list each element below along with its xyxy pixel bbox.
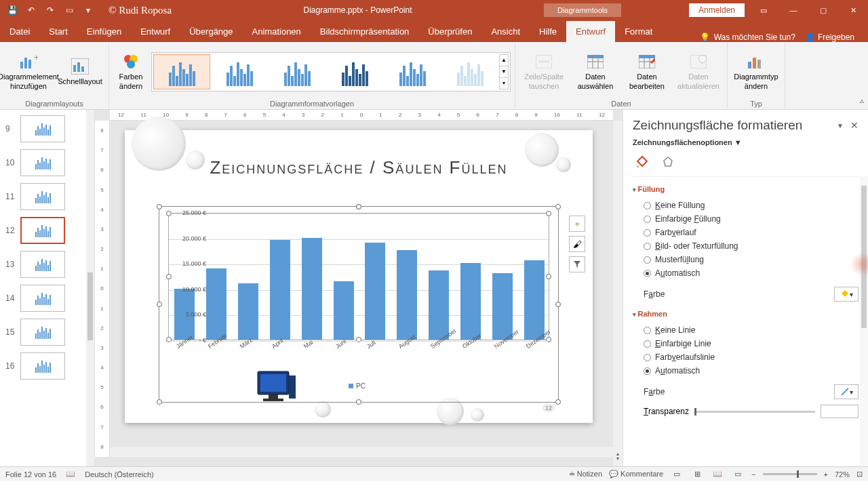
line-gradient-radio[interactable]: Farbverlaufslinie — [644, 350, 859, 364]
chart-bar[interactable] — [397, 250, 417, 340]
chart-style-2[interactable] — [211, 54, 268, 89]
fill-gradient-radio[interactable]: Farbverlauf — [644, 226, 859, 239]
quick-layout-button[interactable]: Schnelllayout — [56, 47, 104, 96]
slide-counter[interactable]: Folie 12 von 16 — [5, 470, 56, 479]
chart-bar[interactable] — [302, 238, 322, 340]
tab-hilfe[interactable]: Hilfe — [530, 21, 566, 42]
line-solid-radio[interactable]: Einfarbige Linie — [644, 337, 859, 350]
chart-style-4[interactable] — [326, 54, 383, 89]
zoom-slider[interactable] — [763, 473, 817, 475]
chart-brush-button[interactable]: 🖌 — [569, 236, 585, 252]
fit-window-icon[interactable]: ⊡ — [856, 470, 863, 479]
add-chart-element-button[interactable]: + Diagrammelement hinzufügen — [4, 47, 53, 96]
border-section-header[interactable]: Rahmen — [633, 310, 859, 318]
undo-icon[interactable]: ↶ — [24, 3, 38, 17]
fill-solid-radio[interactable]: Einfarbige Füllung — [644, 212, 859, 226]
minimize-icon[interactable]: — — [778, 0, 808, 20]
thumbnail-10[interactable]: 10 — [0, 148, 94, 182]
spellcheck-icon[interactable]: 📖 — [66, 470, 75, 479]
tab-chart-entwurf[interactable]: Entwurf — [566, 21, 615, 42]
chart-style-5[interactable] — [384, 54, 441, 89]
change-chart-type-button[interactable]: Diagrammtyp ändern — [732, 47, 781, 96]
chart-bar[interactable] — [270, 240, 290, 340]
slide[interactable]: Zeichnungsfläche / Säulen Füllen - €5.00… — [125, 130, 593, 423]
plot-area[interactable] — [168, 213, 549, 340]
chart-style-6[interactable] — [441, 54, 498, 89]
thumbnail-9[interactable]: 9 — [0, 114, 94, 148]
chart-style-3[interactable] — [269, 54, 326, 89]
thumbs-scrollbar[interactable] — [86, 110, 94, 466]
maximize-icon[interactable]: ▢ — [808, 0, 838, 20]
language-label[interactable]: Deutsch (Österreich) — [85, 470, 153, 479]
close-icon[interactable]: ✕ — [838, 0, 868, 20]
transparency-slider[interactable] — [694, 411, 815, 413]
thumbnail-12[interactable]: 12 — [0, 216, 94, 249]
tab-bildschirm[interactable]: Bildschirmpräsentation — [311, 21, 419, 42]
tab-einfuegen[interactable]: Einfügen — [77, 21, 131, 42]
signin-button[interactable]: Anmelden — [689, 3, 745, 17]
fill-auto-radio[interactable]: Automatisch — [644, 266, 859, 280]
effects-tab-icon[interactable] — [658, 153, 677, 172]
tab-chart-format[interactable]: Format — [615, 21, 662, 42]
prev-slide-icon[interactable]: ▲ — [616, 451, 620, 456]
collapse-ribbon-icon[interactable]: ㅿ — [859, 97, 865, 106]
thumbnail-16[interactable]: 16 — [0, 351, 94, 385]
close-pane-icon[interactable]: ✕ — [850, 120, 859, 131]
thumbnail-14[interactable]: 14 — [0, 283, 94, 317]
fill-none-radio[interactable]: Keine Füllung — [644, 199, 859, 212]
chart-bar[interactable] — [524, 260, 545, 340]
canvas-vscrollbar[interactable] — [613, 121, 623, 446]
zoom-level[interactable]: 72% — [835, 470, 850, 479]
tab-ansicht[interactable]: Ansicht — [481, 21, 530, 42]
chart-bar[interactable] — [492, 273, 513, 340]
select-data-button[interactable]: Daten auswählen — [571, 47, 620, 96]
chart-bar[interactable] — [460, 263, 481, 340]
reading-view-icon[interactable]: 📖 — [711, 469, 724, 480]
tab-uebergaenge[interactable]: Übergänge — [180, 21, 242, 42]
change-colors-button[interactable]: Farben ändern — [113, 47, 149, 96]
tab-entwurf[interactable]: Entwurf — [131, 21, 180, 42]
thumbnail-11[interactable]: 11 — [0, 182, 94, 216]
next-slide-icon[interactable]: ▼ — [616, 456, 620, 461]
start-show-icon[interactable]: ▭ — [62, 3, 76, 17]
zoom-out-icon[interactable]: − — [751, 470, 755, 479]
chart-plus-button[interactable]: + — [569, 216, 585, 232]
tell-me-box[interactable]: 💡 Was möchten Sie tun? — [700, 33, 795, 42]
line-color-button[interactable]: ▾ — [834, 384, 859, 399]
tab-ueberpruefen[interactable]: Überprüfen — [418, 21, 481, 42]
thumbnail-13[interactable]: 13 — [0, 249, 94, 283]
chart-filter-button[interactable] — [569, 256, 585, 272]
edit-data-button[interactable]: Daten bearbeiten — [623, 47, 671, 96]
chart-bar[interactable] — [429, 270, 449, 340]
fill-line-tab-icon[interactable] — [633, 153, 652, 172]
tab-datei[interactable]: Datei — [0, 21, 39, 42]
notes-button[interactable]: ≐ Notizen — [569, 470, 602, 479]
tab-start[interactable]: Start — [39, 21, 77, 42]
gallery-down-icon[interactable]: ▼ — [500, 66, 508, 78]
chart-bar[interactable] — [334, 281, 354, 340]
fill-pattern-radio[interactable]: Musterfüllung — [644, 253, 859, 266]
save-icon[interactable]: 💾 — [5, 3, 19, 17]
comments-button[interactable]: 💬 Kommentare — [609, 470, 663, 479]
sorter-view-icon[interactable]: ⊞ — [690, 469, 704, 480]
canvas-hscrollbar[interactable] — [110, 447, 613, 457]
chart-bar[interactable] — [206, 268, 226, 340]
fill-color-button[interactable]: ▾ — [834, 287, 859, 302]
thumbnail-15[interactable]: 15 — [0, 317, 94, 351]
line-none-radio[interactable]: Keine Linie — [644, 323, 859, 337]
tab-animationen[interactable]: Animationen — [243, 21, 311, 42]
share-button[interactable]: 👤 Freigeben — [805, 33, 854, 42]
line-auto-radio[interactable]: Automatisch — [644, 364, 859, 378]
chart-style-1[interactable] — [153, 54, 210, 89]
redo-icon[interactable]: ↷ — [43, 3, 57, 17]
qat-more-icon[interactable]: ▾ — [81, 3, 95, 17]
chart-bar[interactable] — [238, 283, 258, 340]
slideshow-view-icon[interactable]: ▭ — [731, 469, 745, 480]
transparency-input[interactable] — [821, 405, 859, 418]
chart-bar[interactable] — [365, 243, 385, 340]
gallery-more-icon[interactable]: ▾ — [500, 78, 508, 89]
normal-view-icon[interactable]: ▭ — [670, 469, 684, 480]
pane-menu-icon[interactable]: ▼ — [837, 122, 844, 129]
gallery-up-icon[interactable]: ▲ — [500, 55, 508, 66]
zoom-in-icon[interactable]: + — [824, 470, 828, 479]
